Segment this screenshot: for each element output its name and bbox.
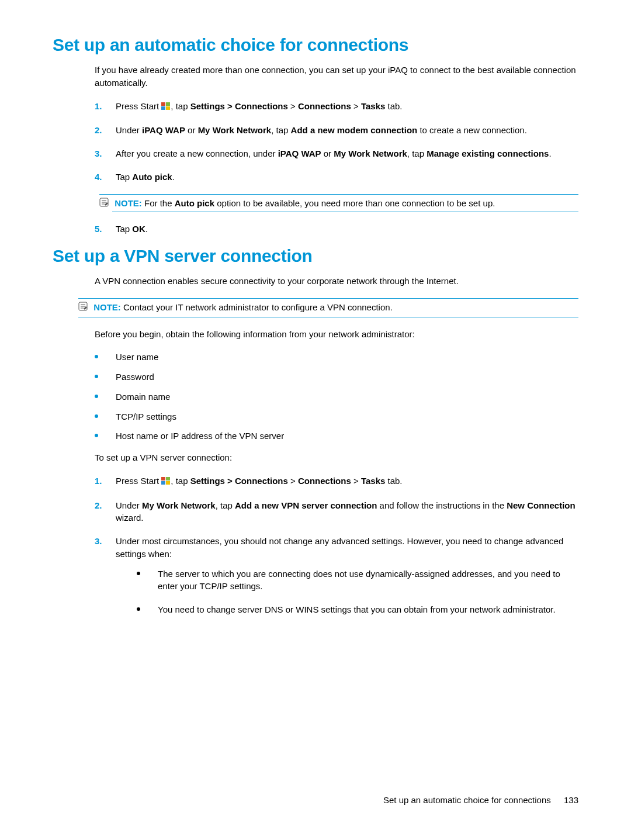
section2-before: Before you begin, obtain the following i… [95,328,578,341]
page-number: 133 [564,795,578,805]
windows-start-icon [161,101,171,114]
text: tab. [385,101,402,111]
svg-rect-0 [161,102,165,106]
bold-text: Add a new modem connection [291,125,418,135]
section1-steps-cont: 5. Tap OK. [95,223,578,236]
document-page: Set up an automatic choice for connectio… [0,0,631,840]
section-heading-auto-choice: Set up an automatic choice for connectio… [53,35,578,55]
section2-steps: 1. Press Start , tap Settings > Connecti… [95,475,578,616]
text: and follow the instructions in the [377,500,507,510]
footer-title: Set up an automatic choice for connectio… [383,795,551,805]
bold-text: Auto pick [132,172,172,182]
text: Contact your IT network administrator to… [123,302,393,312]
bold-text: My Work Network [334,148,407,158]
section2-step-2: 2. Under My Work Network, tap Add a new … [95,499,578,525]
text: or [185,125,198,135]
step-number: 2. [95,124,102,137]
note-vpn-admin: NOTE: Contact your IT network administra… [78,298,578,317]
text: or [321,148,334,158]
bold-text: iPAQ WAP [278,148,321,158]
section2-step-1: 1. Press Start , tap Settings > Connecti… [95,475,578,489]
text: Under [116,125,142,135]
page-footer: Set up an automatic choice for connectio… [383,795,578,805]
text: > [288,101,298,111]
text: Press Start [116,101,161,111]
svg-rect-2 [161,106,165,110]
section1-intro: If you have already created more than on… [95,64,578,89]
text: , tap [216,500,235,510]
text: Under [116,500,142,510]
bold-text: Connections [298,101,351,111]
bold-text: Auto pick [175,198,214,208]
text: , tap [171,476,190,486]
section1-steps: 1. Press Start , tap Settings > Connecti… [95,100,578,184]
note-icon [99,198,109,210]
svg-rect-14 [161,481,165,485]
text: , tap [271,125,290,135]
text: , tap [407,148,427,158]
section1-step-3: 3. After you create a new connection, un… [95,147,578,160]
bold-text: > Connections [225,476,288,486]
bold-text: New Connection [507,500,575,510]
section2-toset: To set up a VPN server connection: [95,451,578,464]
bold-text: iPAQ WAP [142,125,185,135]
section-heading-vpn: Set up a VPN server connection [53,246,578,266]
bold-text: > Connections [225,101,288,111]
step-number: 4. [95,171,102,184]
note-label: NOTE: [93,302,121,312]
note-icon [78,302,88,314]
note-auto-pick: NOTE: For the Auto pick option to be ava… [99,194,578,213]
bold-text: Tasks [361,476,385,486]
text: . [549,148,551,158]
step-number: 5. [95,223,102,236]
step-number: 3. [95,147,102,160]
text: Under most circumstances, you should not… [116,536,563,559]
text: to create a new connection. [417,125,527,135]
windows-start-icon [161,476,171,489]
bold-text: Manage existing connections [427,148,549,158]
section1-step-4: 4. Tap Auto pick. [95,171,578,184]
text: , tap [171,101,190,111]
list-item: Domain name [95,390,578,403]
text: . [172,172,175,182]
text: Tap [116,172,132,182]
text: wizard. [116,513,144,523]
vpn-info-list: User name Password Domain name TCP/IP se… [95,351,578,443]
bold-text: Tasks [361,101,385,111]
text: Tap [116,224,132,234]
text: > [288,476,298,486]
bold-text: My Work Network [198,125,272,135]
bold-text: OK [132,224,145,234]
section1-step-1: 1. Press Start , tap Settings > Connecti… [95,100,578,114]
list-item: Host name or IP address of the VPN serve… [95,430,578,443]
step-number: 1. [95,100,102,113]
bold-text: Connections [298,476,351,486]
list-item: TCP/IP settings [95,410,578,423]
text: After you create a new connection, under [116,148,278,158]
list-item: The server to which you are connecting d… [137,568,578,593]
list-item: Password [95,371,578,383]
step-number: 2. [95,499,102,512]
section2-intro: A VPN connection enables secure connecti… [95,275,578,288]
section1-step-5: 5. Tap OK. [95,223,578,236]
svg-rect-15 [166,481,170,485]
section2-step-3: 3. Under most circumstances, you should … [95,535,578,616]
text: For the [144,198,175,208]
text: > [351,476,361,486]
svg-rect-12 [161,477,165,481]
bold-text: My Work Network [142,500,216,510]
bold-text: Settings [190,476,225,486]
text: tab. [385,476,402,486]
svg-rect-1 [166,102,170,106]
step-number: 3. [95,535,102,548]
text: > [351,101,361,111]
svg-rect-13 [166,477,170,481]
bold-text: Settings [190,101,225,111]
text: . [145,224,148,234]
list-item: User name [95,351,578,364]
svg-rect-3 [166,106,170,110]
advanced-settings-sublist: The server to which you are connecting d… [137,568,578,616]
list-item: You need to change server DNS or WINS se… [137,603,578,616]
section1-step-2: 2. Under iPAQ WAP or My Work Network, ta… [95,124,578,137]
note-label: NOTE: [115,198,142,208]
